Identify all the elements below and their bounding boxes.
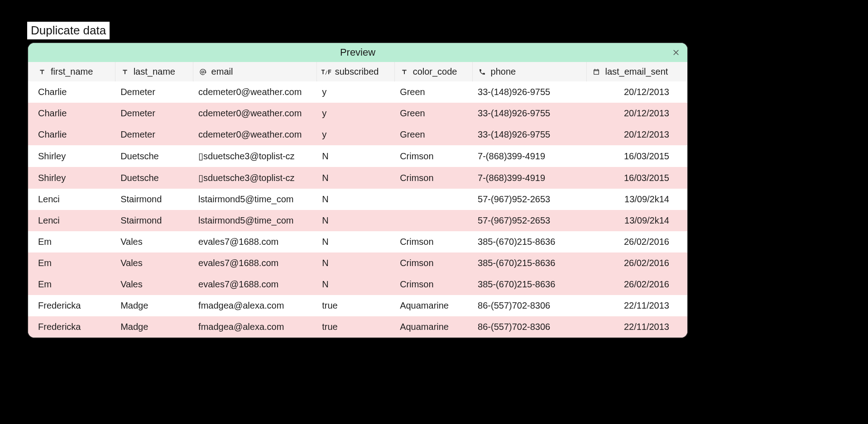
cell-email: evales7@1688.com [193,252,317,274]
cell-phone: 385-(670)215-8636 [472,274,587,295]
cell-last_name: Vales [115,274,193,295]
cell-last_email_sent: 13/09/2k14 [587,189,687,210]
preview-table: first_namelast_nameemailT/Fsubscribedcol… [28,62,687,338]
cell-first_name: Em [28,274,115,295]
column-label: last_name [134,67,175,77]
table-row[interactable]: LenciStairmondlstairmond5@time_comN57-(9… [28,210,687,231]
column-header-last_email_sent[interactable]: last_email_sent [587,62,687,81]
cell-phone: 57-(967)952-2653 [472,210,587,231]
cell-color_code: Crimson [394,274,472,295]
at-type-icon [199,68,207,76]
cell-first_name: Fredericka [28,316,115,338]
cell-last_name: Madge [115,316,193,338]
column-header-phone[interactable]: phone [472,62,587,81]
cell-subscribed: y [317,81,394,103]
cell-last_name: Stairmond [115,210,193,231]
cell-subscribed: N [317,274,394,295]
cell-phone: 86-(557)702-8306 [472,295,587,316]
column-label: color_code [413,67,457,77]
cell-phone: 385-(670)215-8636 [472,231,587,252]
cell-email: evales7@1688.com [193,231,317,252]
cell-first_name: Lenci [28,189,115,210]
column-label: first_name [51,67,93,77]
cell-last_email_sent: 20/12/2013 [587,124,687,145]
cell-phone: 57-(967)952-2653 [472,189,587,210]
cell-email: fmadgea@alexa.com [193,316,317,338]
cell-color_code: Crimson [394,252,472,274]
cell-last_email_sent: 26/02/2016 [587,252,687,274]
close-icon[interactable] [670,47,682,58]
cell-first_name: Em [28,252,115,274]
cell-last_name: Vales [115,231,193,252]
cell-last_email_sent: 16/03/2015 [587,167,687,189]
cell-color_code: Crimson [394,231,472,252]
cell-subscribed: N [317,167,394,189]
cell-subscribed: N [317,252,394,274]
table-row[interactable]: FrederickaMadgefmadgea@alexa.comtrueAqua… [28,316,687,338]
text-type-icon [121,68,129,76]
cell-phone: 385-(670)215-8636 [472,252,587,274]
text-type-icon [38,68,46,76]
cell-first_name: Charlie [28,81,115,103]
table-row[interactable]: EmValesevales7@1688.comNCrimson385-(670)… [28,231,687,252]
column-label: phone [491,67,516,77]
cell-last_email_sent: 22/11/2013 [587,295,687,316]
cell-subscribed: true [317,316,394,338]
table-row[interactable]: FrederickaMadgefmadgea@alexa.comtrueAqua… [28,295,687,316]
bool-type-icon: T/F [322,68,331,76]
column-label: last_email_sent [605,67,668,77]
cell-last_email_sent: 13/09/2k14 [587,210,687,231]
cell-subscribed: y [317,124,394,145]
cell-last_email_sent: 20/12/2013 [587,103,687,124]
table-row[interactable]: EmValesevales7@1688.comNCrimson385-(670)… [28,274,687,295]
panel-header: Preview [28,43,687,62]
cell-first_name: Shirley [28,145,115,167]
table-row[interactable]: CharlieDemetercdemeter0@weather.comyGree… [28,103,687,124]
cell-last_name: Vales [115,252,193,274]
cell-phone: 7-(868)399-4919 [472,145,587,167]
table-row[interactable]: ShirleyDuetsche▯sduetsche3@toplist-czNCr… [28,167,687,189]
column-header-color_code[interactable]: color_code [394,62,472,81]
cell-color_code: Green [394,81,472,103]
cell-last_email_sent: 20/12/2013 [587,81,687,103]
cell-phone: 33-(148)926-9755 [472,103,587,124]
column-header-email[interactable]: email [193,62,317,81]
preview-panel: Preview first_namelast_nameemailT/Fsubsc… [27,42,688,338]
cell-color_code: Green [394,103,472,124]
date-type-icon [592,68,600,76]
column-header-first_name[interactable]: first_name [28,62,115,81]
cell-subscribed: y [317,103,394,124]
cell-subscribed: true [317,295,394,316]
cell-last_name: Duetsche [115,145,193,167]
column-label: email [211,67,233,77]
cell-phone: 33-(148)926-9755 [472,81,587,103]
cell-first_name: Fredericka [28,295,115,316]
cell-subscribed: N [317,189,394,210]
column-header-subscribed[interactable]: T/Fsubscribed [317,62,394,81]
cell-last_name: Demeter [115,103,193,124]
table-row[interactable]: CharlieDemetercdemeter0@weather.comyGree… [28,81,687,103]
table-row[interactable]: CharlieDemetercdemeter0@weather.comyGree… [28,124,687,145]
cell-color_code: Crimson [394,167,472,189]
table-body: CharlieDemetercdemeter0@weather.comyGree… [28,81,687,338]
cell-first_name: Shirley [28,167,115,189]
cell-email: lstairmond5@time_com [193,210,317,231]
column-header-last_name[interactable]: last_name [115,62,193,81]
table-row[interactable]: ShirleyDuetsche▯sduetsche3@toplist-czNCr… [28,145,687,167]
cell-color_code [394,189,472,210]
cell-last_email_sent: 16/03/2015 [587,145,687,167]
cell-last_name: Demeter [115,81,193,103]
cell-last_email_sent: 26/02/2016 [587,231,687,252]
cell-email: lstairmond5@time_com [193,189,317,210]
cell-phone: 33-(148)926-9755 [472,124,587,145]
table-row[interactable]: LenciStairmondlstairmond5@time_comN57-(9… [28,189,687,210]
cell-subscribed: N [317,231,394,252]
cell-phone: 7-(868)399-4919 [472,167,587,189]
cell-last_email_sent: 22/11/2013 [587,316,687,338]
cell-first_name: Lenci [28,210,115,231]
cell-email: cdemeter0@weather.com [193,103,317,124]
cell-first_name: Em [28,231,115,252]
table-row[interactable]: EmValesevales7@1688.comNCrimson385-(670)… [28,252,687,274]
text-type-icon [400,68,408,76]
cell-email: evales7@1688.com [193,274,317,295]
